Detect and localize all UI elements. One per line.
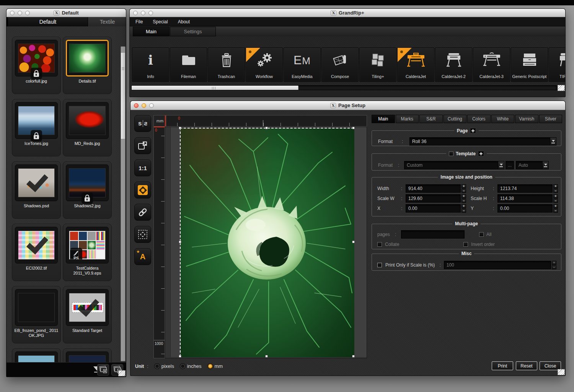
tab-main[interactable]: Main [133,27,170,36]
file-card[interactable]: IceTones.jpg [12,99,61,156]
scale-stepper[interactable]: +− [552,261,556,269]
file-card[interactable]: ECI2002.tif [12,224,61,281]
menu-special[interactable]: Special [153,19,168,24]
scale-w-input[interactable]: 129.60 [406,194,461,203]
grandrip-titlebar[interactable]: X GrandRip+ [130,9,565,17]
pages-input[interactable] [401,230,465,239]
tab-varnish[interactable]: Varnish [515,115,538,123]
width-stepper[interactable]: +− [461,184,466,193]
resize-grip[interactable] [558,85,565,91]
fit-window-tool-button[interactable] [134,137,151,154]
print-only-checkbox[interactable] [377,263,382,267]
tab-silver[interactable]: Silver [539,115,563,123]
file-card[interactable]: MD_Reds.jpg [63,99,112,156]
unit-option-mm[interactable]: mm [208,363,223,369]
dropdown-arrow-icon[interactable] [498,161,504,169]
horizontal-scrollbar[interactable] [131,85,557,90]
tool-compose[interactable]: Compose [321,47,359,82]
tab-cutting[interactable]: Cutting [444,115,467,123]
radio-icon[interactable] [180,364,185,369]
template-auto-select[interactable]: Auto [516,161,549,169]
template-checkbox[interactable] [449,151,453,156]
menu-file[interactable]: File [135,19,143,24]
add-icon[interactable] [478,151,484,156]
tab-default[interactable]: Default [8,17,88,26]
dropdown-arrow-icon[interactable] [550,138,556,145]
resize-handle[interactable] [352,241,355,243]
vertical-scrollbar[interactable] [121,46,126,361]
tool-info[interactable]: i Info [132,47,169,82]
collate-checkbox[interactable] [377,242,382,247]
height-input[interactable]: 1213.74 [497,184,553,193]
tab-colors[interactable]: Colors [467,115,491,123]
add-icon[interactable] [470,128,476,133]
resize-grip[interactable] [558,369,565,375]
tool-calderajet3[interactable]: CalderaJet-3 [473,47,510,82]
tab-white[interactable]: White [491,115,515,123]
mirror-tool-button[interactable]: ss [134,115,151,132]
tab-settings[interactable]: Settings [170,27,216,36]
browse-button[interactable]: ... [506,161,514,169]
resize-handle[interactable] [179,127,181,129]
x-stepper[interactable]: +− [461,204,466,213]
image-preview[interactable] [180,128,354,356]
tool-workflow[interactable]: Workflow [246,47,283,82]
resize-handle[interactable] [352,127,355,129]
preview-canvas[interactable] [165,127,367,358]
scrollbar-thumb[interactable] [121,53,125,139]
menu-about[interactable]: About [178,19,190,24]
all-checkbox[interactable] [479,232,484,237]
zoom-1to1-tool-button[interactable]: 1:1 [134,159,151,176]
x-input[interactable]: 0.00 [406,204,461,213]
scrollbar-thumb[interactable] [132,86,298,90]
y-input[interactable]: 0.00 [497,204,553,213]
annotation-tool-button[interactable]: A [134,248,151,265]
reset-button[interactable]: Reset [516,361,537,370]
tab-sr[interactable]: S&R [419,115,443,123]
file-card-selected[interactable]: Details.tif [63,37,112,94]
resize-handle[interactable] [352,355,355,358]
tab-textile[interactable]: Textile [88,17,126,26]
invert-order-checkbox[interactable] [463,242,468,247]
print-only-scale-input[interactable]: 100 [444,261,551,269]
scale-w-stepper[interactable]: +− [461,194,466,203]
tab-marks[interactable]: Marks [396,115,419,123]
tool-generic-postscript[interactable]: Generic Postscript [511,47,548,82]
file-card[interactable] [12,348,61,363]
tool-calderajet[interactable]: CalderaJet [397,47,434,82]
height-stepper[interactable]: +− [553,184,558,193]
width-input[interactable]: 914.40 [406,184,461,193]
link-scale-tool-button[interactable] [134,204,151,221]
unit-option-inches[interactable]: inches [180,363,202,369]
radio-selected-icon[interactable] [208,364,213,369]
resize-handle[interactable] [179,241,181,243]
fit-image-tool-button[interactable] [134,182,151,198]
print-button[interactable]: Print [492,361,513,370]
resize-handle[interactable] [265,355,268,358]
page-format-select[interactable]: Roll 36 [409,137,556,146]
tool-fileman[interactable]: Fileman [170,47,207,82]
file-card[interactable] [63,348,112,363]
tool-trashcan[interactable]: Trashcan [208,47,245,82]
page-setup-titlebar[interactable]: X Page Setup [130,101,565,110]
tab-main[interactable]: Main [372,115,395,123]
resize-grip[interactable] [118,370,126,376]
radio-icon[interactable] [155,364,160,369]
file-card[interactable]: Shadows2.jpg [63,161,112,219]
file-card[interactable]: Shadows.psd [12,161,61,219]
remove-images-button[interactable] [97,364,109,376]
scale-h-stepper[interactable]: +− [553,194,558,203]
file-card[interactable]: colorfull.jpg [12,37,61,94]
file-card[interactable]: EB_frozen_pond_ 2011 OK.JPG [12,286,61,343]
browser-titlebar[interactable]: X Default [7,9,126,17]
file-card[interactable]: PS TestCaldera 2011_V0.9.eps [63,224,112,281]
unit-option-pixels[interactable]: pixels [155,363,174,369]
resize-handle[interactable] [265,127,268,129]
tool-calderajet2[interactable]: CalderaJet-2 [435,47,472,82]
tool-tiff[interactable]: TIFF-Ha [549,47,566,82]
tool-tiling[interactable]: Tiling+ [359,47,396,82]
resize-handle[interactable] [179,355,181,358]
move-tool-button[interactable] [134,226,151,243]
dropdown-arrow-icon[interactable] [542,161,548,169]
y-stepper[interactable]: +− [553,204,558,213]
